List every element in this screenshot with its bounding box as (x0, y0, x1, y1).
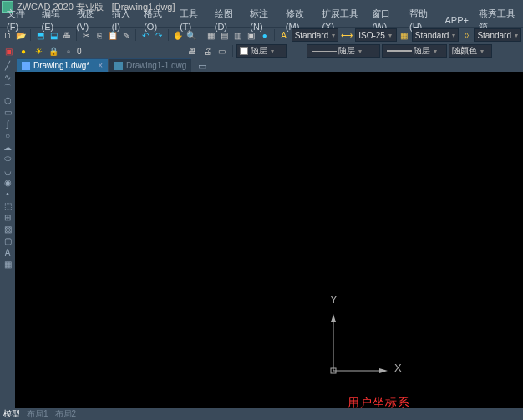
separator (168, 29, 169, 41)
svg-marker-3 (379, 368, 388, 373)
color-dropdown[interactable]: 随层▾ (236, 44, 287, 58)
style-dropdown[interactable]: Standard▾ (474, 28, 521, 42)
tab-drawing1[interactable]: Drawing1.dwg* × (17, 58, 108, 72)
status-model[interactable]: 模型 (3, 408, 20, 420)
zoom-icon[interactable]: 🔍 (185, 28, 197, 42)
undo-icon[interactable]: ↶ (140, 28, 151, 42)
hatch-icon[interactable]: ▨ (2, 224, 13, 234)
menu-bar: 文件(F) 编辑(E) 视图(V) 插入(I) 格式(O) 工具(T) 绘图(D… (0, 13, 523, 27)
plot-icon[interactable]: 🖨 (201, 44, 214, 58)
redo-icon[interactable]: ↷ (153, 28, 165, 42)
color-swatch-icon (240, 47, 248, 55)
donut-icon[interactable]: ◉ (2, 177, 13, 187)
toolbar-layer: ▣ ● ☀ 🔒 ▫ 0 🖶 🖨 ▭ 随层▾ 随层▾ 随层▾ 随颜色▾ (0, 43, 523, 58)
cloud-icon[interactable]: ☁ (2, 142, 13, 152)
ellipse-arc-icon[interactable]: ◡ (2, 165, 13, 175)
block-icon[interactable]: ⬚ (2, 200, 13, 210)
cut-icon[interactable]: ✂ (80, 28, 92, 42)
layer-prop-icon[interactable]: ▣ (2, 44, 15, 58)
new-tab-icon[interactable]: ▭ (196, 60, 208, 72)
separator (274, 29, 275, 41)
drawing-canvas[interactable]: Y X 用户坐标系 (15, 72, 523, 420)
tab-label: Drawing1-1.dwg (126, 61, 186, 70)
document-tabs: Drawing1.dwg* × Drawing1-1.dwg ▭ (15, 58, 523, 72)
preview-icon[interactable]: ▭ (216, 44, 229, 58)
arc-icon[interactable]: ⌒ (2, 83, 13, 94)
print2-icon[interactable]: 🖶 (185, 44, 199, 58)
new-icon[interactable]: 🗋 (2, 28, 13, 42)
lineweight-icon (387, 50, 412, 52)
grid3-icon[interactable]: ▥ (231, 28, 243, 42)
linetype-icon (312, 51, 337, 52)
status-layout2[interactable]: 布局2 (55, 408, 77, 420)
close-tab-icon[interactable]: × (98, 61, 103, 70)
save-icon[interactable]: ⬒ (34, 28, 46, 42)
tablestyle-dropdown[interactable]: Standard▾ (412, 28, 460, 42)
menu-app[interactable]: APP+ (440, 13, 474, 27)
text-icon[interactable]: A (2, 247, 13, 257)
match-icon[interactable]: ✎ (120, 28, 132, 42)
layer-on-icon[interactable]: ● (17, 44, 30, 58)
pline-icon[interactable]: ∿ (2, 72, 13, 82)
style-icon[interactable]: ◊ (460, 28, 472, 42)
table-icon[interactable]: ▦ (2, 259, 13, 269)
plotcolor-dropdown[interactable]: 随颜色▾ (449, 44, 492, 58)
line-icon[interactable]: ╱ (2, 60, 13, 70)
draw-toolbar: ╱ ∿ ⌒ ⬡ ▭ ∫ ○ ☁ ⬭ ◡ ◉ • ⬚ ⊞ ▨ ▢ A ▦ (0, 58, 15, 420)
grid2-icon[interactable]: ▤ (218, 28, 230, 42)
status-layout1[interactable]: 布局1 (27, 408, 48, 420)
dimstyle-dropdown[interactable]: ISO-25▾ (355, 28, 396, 42)
web-icon[interactable]: ● (259, 28, 271, 42)
print-icon[interactable]: 🖶 (61, 28, 73, 42)
copy-icon[interactable]: ⎘ (94, 28, 105, 42)
file-icon (114, 62, 123, 70)
layer-lock-icon[interactable]: 🔒 (47, 44, 60, 58)
ellipse-icon[interactable]: ⬭ (2, 154, 13, 164)
linetype-dropdown[interactable]: 随层▾ (307, 44, 380, 58)
open-icon[interactable]: 📂 (15, 28, 27, 42)
layer-freeze-icon[interactable]: ☀ (32, 44, 45, 58)
separator (76, 29, 77, 41)
textstyle-icon[interactable]: A (278, 28, 290, 42)
separator (201, 29, 201, 41)
pan-icon[interactable]: ✋ (172, 28, 184, 42)
svg-marker-1 (331, 314, 336, 322)
separator (135, 29, 136, 41)
textstyle-dropdown[interactable]: Standard▾ (292, 28, 339, 42)
ucs-icon (331, 314, 398, 382)
spline-icon[interactable]: ∫ (2, 119, 13, 129)
layer-zero: 0 (77, 47, 82, 56)
dimstyle-icon[interactable]: ⟷ (340, 28, 353, 42)
layer-color-icon[interactable]: ▫ (62, 44, 75, 58)
tab-drawing1-1[interactable]: Drawing1-1.dwg (109, 58, 191, 72)
lineweight-dropdown[interactable]: 随层▾ (382, 44, 447, 58)
grid4-icon[interactable]: ▣ (246, 28, 257, 42)
separator (232, 45, 233, 57)
tab-label: Drawing1.dwg* (33, 61, 89, 70)
axis-y-label: Y (330, 293, 338, 306)
rect-icon[interactable]: ▭ (2, 107, 13, 117)
circle-icon[interactable]: ○ (2, 130, 13, 140)
status-bar: 模型 布局1 布局2 (0, 408, 523, 420)
polygon-icon[interactable]: ⬡ (2, 95, 13, 105)
tablestyle-icon[interactable]: ▦ (399, 28, 410, 42)
paste-icon[interactable]: 📋 (107, 28, 119, 42)
tool-icon[interactable]: ⬓ (48, 28, 59, 42)
mblock-icon[interactable]: ⊞ (2, 212, 13, 222)
region-icon[interactable]: ▢ (2, 235, 13, 245)
separator (30, 29, 31, 41)
point-icon[interactable]: • (2, 189, 13, 199)
grid1-icon[interactable]: ▦ (205, 28, 216, 42)
file-icon (22, 62, 30, 70)
